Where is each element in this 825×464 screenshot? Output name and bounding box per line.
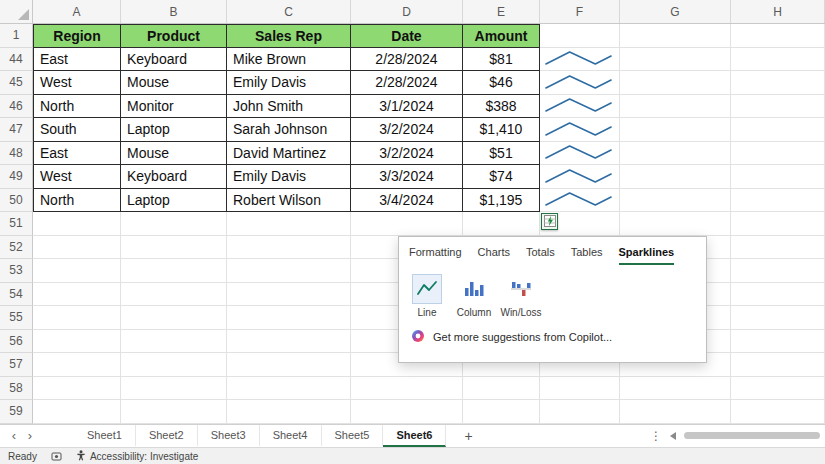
row-header-1[interactable]: 1: [0, 24, 33, 48]
cell[interactable]: [351, 212, 463, 236]
table-data-cell[interactable]: 3/1/2024: [351, 95, 463, 119]
select-all-corner[interactable]: [0, 0, 33, 23]
row-header-56[interactable]: 56: [0, 330, 33, 354]
cell[interactable]: [731, 95, 825, 119]
table-header-cell[interactable]: Amount: [463, 24, 540, 48]
sheet-tab-sheet6[interactable]: Sheet6: [383, 425, 446, 448]
sparkline-cell[interactable]: [540, 118, 620, 142]
row-header-58[interactable]: 58: [0, 377, 33, 401]
table-data-cell[interactable]: Mouse: [121, 142, 227, 166]
sparkline-cell[interactable]: [540, 48, 620, 72]
table-data-cell[interactable]: West: [33, 165, 121, 189]
column-header-B[interactable]: B: [121, 0, 227, 23]
cell[interactable]: [731, 330, 825, 354]
row-header-47[interactable]: 47: [0, 118, 33, 142]
cell[interactable]: [227, 212, 351, 236]
cell[interactable]: [731, 48, 825, 72]
row-header-59[interactable]: 59: [0, 400, 33, 424]
cell[interactable]: [731, 165, 825, 189]
qa-option-column[interactable]: Column: [456, 274, 492, 318]
column-header-G[interactable]: G: [620, 0, 731, 23]
cell[interactable]: [121, 377, 227, 401]
cell[interactable]: [227, 236, 351, 260]
cell[interactable]: [620, 118, 731, 142]
cell[interactable]: [121, 330, 227, 354]
table-data-cell[interactable]: $1,410: [463, 118, 540, 142]
table-data-cell[interactable]: 3/2/2024: [351, 142, 463, 166]
row-header-50[interactable]: 50: [0, 189, 33, 213]
table-data-cell[interactable]: Keyboard: [121, 165, 227, 189]
qa-tab-sparklines[interactable]: Sparklines: [619, 246, 675, 265]
cell[interactable]: [351, 400, 463, 424]
cell[interactable]: [463, 400, 540, 424]
cell[interactable]: [620, 400, 731, 424]
cell[interactable]: [731, 71, 825, 95]
cell[interactable]: [351, 377, 463, 401]
sparkline-cell[interactable]: [540, 165, 620, 189]
sparkline-cell[interactable]: [540, 71, 620, 95]
cell[interactable]: [463, 212, 540, 236]
qa-option-win-loss[interactable]: Win/Loss: [503, 274, 539, 318]
sheet-tab-sheet3[interactable]: Sheet3: [198, 425, 260, 448]
cell[interactable]: [33, 259, 121, 283]
qa-tab-totals[interactable]: Totals: [526, 246, 555, 265]
row-header-54[interactable]: 54: [0, 283, 33, 307]
table-data-cell[interactable]: East: [33, 48, 121, 72]
table-data-cell[interactable]: $46: [463, 71, 540, 95]
row-header-48[interactable]: 48: [0, 142, 33, 166]
cell[interactable]: [121, 400, 227, 424]
sheet-nav-left-icon[interactable]: ‹: [6, 425, 22, 448]
cell[interactable]: [33, 400, 121, 424]
cell[interactable]: [731, 400, 825, 424]
column-header-A[interactable]: A: [33, 0, 121, 23]
sheet-tab-sheet2[interactable]: Sheet2: [136, 425, 198, 448]
cell[interactable]: [731, 259, 825, 283]
cell[interactable]: [227, 283, 351, 307]
cell[interactable]: [121, 212, 227, 236]
table-data-cell[interactable]: Keyboard: [121, 48, 227, 72]
cell[interactable]: [620, 212, 731, 236]
cell[interactable]: [121, 236, 227, 260]
cell[interactable]: [620, 165, 731, 189]
table-data-cell[interactable]: East: [33, 142, 121, 166]
table-data-cell[interactable]: Laptop: [121, 118, 227, 142]
column-header-C[interactable]: C: [227, 0, 351, 23]
table-data-cell[interactable]: North: [33, 95, 121, 119]
more-sheets-icon[interactable]: ⋮: [650, 429, 662, 443]
cell[interactable]: [227, 400, 351, 424]
cell[interactable]: [620, 142, 731, 166]
table-data-cell[interactable]: $51: [463, 142, 540, 166]
row-header-52[interactable]: 52: [0, 236, 33, 260]
accessibility-status-button[interactable]: Accessibility: Investigate: [76, 450, 198, 463]
cell[interactable]: [227, 306, 351, 330]
cell[interactable]: [731, 189, 825, 213]
cell[interactable]: [121, 283, 227, 307]
table-data-cell[interactable]: Mike Brown: [227, 48, 351, 72]
cell[interactable]: [731, 353, 825, 377]
cell[interactable]: [731, 118, 825, 142]
table-data-cell[interactable]: David Martinez: [227, 142, 351, 166]
table-data-cell[interactable]: Emily Davis: [227, 165, 351, 189]
row-header-44[interactable]: 44: [0, 48, 33, 72]
cell[interactable]: [620, 48, 731, 72]
table-data-cell[interactable]: 3/4/2024: [351, 189, 463, 213]
table-data-cell[interactable]: 2/28/2024: [351, 71, 463, 95]
cell[interactable]: [227, 330, 351, 354]
row-header-57[interactable]: 57: [0, 353, 33, 377]
table-header-cell[interactable]: Product: [121, 24, 227, 48]
cell[interactable]: [227, 259, 351, 283]
cell[interactable]: [731, 236, 825, 260]
table-data-cell[interactable]: Monitor: [121, 95, 227, 119]
table-data-cell[interactable]: 3/2/2024: [351, 118, 463, 142]
row-header-55[interactable]: 55: [0, 306, 33, 330]
row-header-53[interactable]: 53: [0, 259, 33, 283]
sparkline-cell[interactable]: [540, 95, 620, 119]
table-data-cell[interactable]: North: [33, 189, 121, 213]
cell[interactable]: [121, 306, 227, 330]
cell[interactable]: [463, 377, 540, 401]
column-header-H[interactable]: H: [731, 0, 825, 23]
row-header-49[interactable]: 49: [0, 165, 33, 189]
sparkline-cell[interactable]: [540, 189, 620, 213]
qa-tab-formatting[interactable]: Formatting: [409, 246, 462, 265]
cell[interactable]: [620, 189, 731, 213]
